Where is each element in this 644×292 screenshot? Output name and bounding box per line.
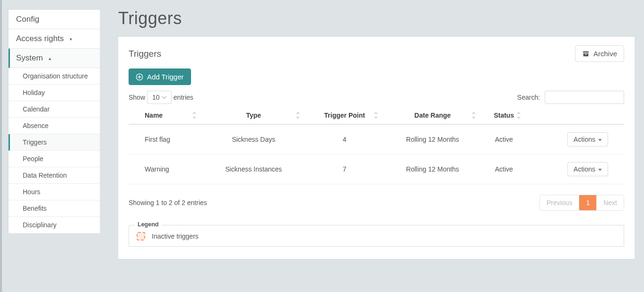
sidebar-label: Config — [16, 15, 39, 24]
legend-box: Legend Inactive triggers — [129, 225, 624, 247]
sidebar-sub-holiday[interactable]: Holiday — [9, 85, 100, 101]
sidebar-item-access-rights[interactable]: Access rights ▼ — [9, 29, 100, 49]
cell-trigger-point: 7 — [305, 155, 383, 184]
table-row: Warning Sickness Instances 7 Rolling 12 … — [129, 155, 624, 184]
sidebar-item-config[interactable]: Config — [9, 10, 100, 29]
sidebar-sub-label: Absence — [23, 122, 48, 129]
table-info: Showing 1 to 2 of 2 entries — [129, 199, 207, 206]
col-label: Name — [145, 112, 163, 119]
pager-page-1[interactable]: 1 — [579, 195, 596, 210]
sort-icon — [296, 112, 301, 119]
add-trigger-button[interactable]: Add Trigger — [129, 69, 191, 85]
page-left-edge — [0, 0, 2, 292]
legend-title: Legend — [135, 221, 161, 228]
card-title: Triggers — [129, 49, 161, 59]
sidebar-label: System — [16, 53, 43, 62]
search-input[interactable] — [545, 91, 624, 104]
sidebar-sub-label: Data Retention — [23, 172, 67, 179]
cell-status: Active — [481, 124, 526, 155]
table-head: Name Type Trigger Point Date Range Statu… — [129, 107, 624, 124]
sidebar-sub-label: Disciplinary — [23, 221, 57, 229]
sidebar-sub-triggers[interactable]: Triggers — [9, 134, 100, 151]
sidebar-sub-disciplinary[interactable]: Disciplinary — [9, 217, 100, 233]
col-label: Type — [246, 112, 261, 119]
search-label: Search: — [517, 94, 540, 101]
card-header: Triggers Archive — [129, 45, 624, 62]
col-date-range[interactable]: Date Range — [383, 107, 481, 124]
legend-inactive-label: Inactive triggers — [152, 232, 199, 240]
pager-previous[interactable]: Previous — [540, 195, 579, 210]
sidebar-sub-label: Benefits — [23, 205, 47, 212]
table-controls: Show 10 entries Search: — [129, 91, 624, 104]
page-title: Triggers — [118, 9, 635, 28]
cell-trigger-point: 4 — [305, 124, 383, 155]
sort-icon — [472, 112, 477, 119]
archive-label: Archive — [593, 50, 617, 58]
cell-type: Sickness Instances — [202, 155, 305, 184]
sidebar-sub-label: People — [23, 155, 44, 163]
col-label: Status — [494, 112, 514, 119]
sidebar-sub-hours[interactable]: Hours — [9, 184, 100, 200]
sidebar-sub-absence[interactable]: Absence — [9, 118, 100, 134]
sidebar-sub-label: Holiday — [23, 89, 45, 96]
entries-label: entries — [174, 94, 193, 101]
sidebar-sub-label: Hours — [23, 188, 40, 196]
table-footer: Showing 1 to 2 of 2 entries Previous 1 N… — [129, 195, 624, 211]
archive-button[interactable]: Archive — [575, 45, 624, 62]
show-label: Show — [129, 94, 145, 101]
sidebar-sub-calendar[interactable]: Calendar — [9, 101, 100, 118]
page-length-select[interactable]: 10 — [147, 91, 172, 104]
col-type[interactable]: Type — [202, 107, 305, 124]
cell-status: Active — [481, 155, 526, 184]
sort-icon — [374, 112, 379, 119]
cell-date-range: Rolling 12 Months — [383, 155, 481, 184]
length-control: Show 10 entries — [129, 91, 193, 104]
chevron-up-icon: ▲ — [48, 57, 52, 61]
sidebar-sub-organisation-structure[interactable]: Organisation structure — [9, 68, 100, 85]
sort-icon — [192, 112, 197, 119]
search-control: Search: — [517, 91, 624, 104]
sidebar-sub-label: Calendar — [23, 105, 50, 113]
col-status[interactable]: Status — [481, 107, 526, 124]
inactive-swatch-icon — [137, 232, 145, 240]
main-content: Triggers Triggers Archive Add Trigger Sh… — [118, 4, 644, 259]
pager-next[interactable]: Next — [596, 195, 624, 210]
col-label: Trigger Point — [324, 112, 365, 119]
actions-label: Actions — [574, 136, 595, 143]
cell-name: First flag — [129, 124, 202, 155]
row-actions-button[interactable]: Actions — [567, 132, 608, 146]
sidebar-label: Access rights — [16, 34, 64, 43]
card-toolbar: Add Trigger — [129, 69, 624, 85]
cell-date-range: Rolling 12 Months — [383, 124, 481, 155]
table-row: First flag Sickness Days 4 Rolling 12 Mo… — [129, 124, 624, 155]
sidebar-item-system[interactable]: System ▲ — [9, 49, 100, 68]
sidebar-sub-label: Triggers — [23, 138, 47, 146]
row-actions-button[interactable]: Actions — [567, 162, 608, 176]
col-trigger-point[interactable]: Trigger Point — [305, 107, 383, 124]
add-trigger-label: Add Trigger — [147, 73, 184, 81]
actions-label: Actions — [574, 165, 595, 173]
col-name[interactable]: Name — [129, 107, 202, 124]
sidebar-sub-people[interactable]: People — [9, 151, 100, 167]
triggers-card: Triggers Archive Add Trigger Show 10 — [118, 37, 635, 259]
sidebar-sub-label: Organisation structure — [23, 72, 88, 80]
sidebar-sub-benefits[interactable]: Benefits — [9, 200, 100, 217]
sidebar: Config Access rights ▼ System ▲ Organisa… — [8, 9, 100, 234]
cell-type: Sickness Days — [202, 124, 305, 155]
plus-circle-icon — [136, 73, 143, 81]
sort-icon — [517, 112, 522, 119]
archive-icon — [582, 50, 590, 58]
sidebar-sub-data-retention[interactable]: Data Retention — [9, 167, 100, 184]
chevron-down-icon: ▼ — [69, 37, 73, 42]
col-label: Date Range — [414, 112, 451, 119]
triggers-table: Name Type Trigger Point Date Range Statu… — [129, 107, 624, 184]
pagination: Previous 1 Next — [540, 195, 624, 211]
col-actions — [526, 107, 624, 124]
cell-name: Warning — [129, 155, 202, 184]
